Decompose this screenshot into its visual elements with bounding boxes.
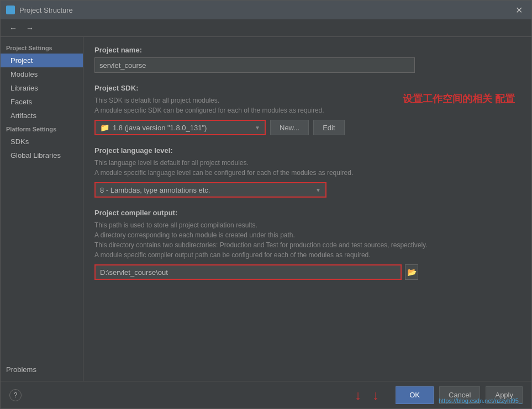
compiler-output-input[interactable] (94, 264, 402, 280)
lang-dropdown-arrow-icon: ▼ (315, 187, 321, 193)
title-bar-left: Project Structure (6, 6, 73, 14)
ok-button[interactable]: OK (396, 386, 434, 404)
browse-folder-button[interactable]: 📂 (405, 264, 418, 280)
project-sdk-section: Project SDK: This SDK is default for all… (94, 84, 520, 135)
language-level-label: Project language level: (94, 146, 520, 155)
sidebar-item-global-libraries[interactable]: Global Libraries (1, 148, 83, 162)
toolbar: ← → (1, 19, 531, 37)
svg-rect-0 (7, 7, 14, 12)
dialog-icon (6, 6, 15, 14)
website-link: https://blog.csdn.net/nzzyhl95_ (439, 397, 522, 404)
back-button[interactable]: ← (6, 23, 20, 34)
folder-icon: 📁 (100, 123, 109, 132)
project-name-label: Project name: (94, 46, 520, 54)
sdk-new-button[interactable]: New... (270, 120, 309, 135)
footer-left: ? (9, 389, 22, 401)
platform-settings-header: Platform Settings (1, 123, 83, 135)
svg-rect-2 (8, 9, 10, 11)
arrow-down-1: ↓ (355, 387, 361, 403)
sidebar-item-problems[interactable]: Problems (1, 363, 83, 376)
language-level-description: This language level is default for all p… (94, 158, 520, 178)
main-area: Project Settings Project Modules Librari… (1, 37, 531, 381)
project-structure-dialog: Project Structure ✕ ← → Project Settings… (0, 0, 532, 409)
sidebar-item-modules[interactable]: Modules (1, 67, 83, 81)
compiler-output-description: This path is used to store all project c… (94, 220, 520, 260)
forward-button[interactable]: → (23, 23, 37, 34)
sidebar: Project Settings Project Modules Librari… (1, 37, 83, 381)
output-row: 📂 (94, 264, 520, 280)
sidebar-item-facets[interactable]: Facets (1, 95, 83, 109)
sidebar-item-sdks[interactable]: SDKs (1, 135, 83, 148)
browse-icon: 📂 (407, 268, 417, 277)
sidebar-item-libraries[interactable]: Libraries (1, 81, 83, 95)
project-sdk-label: Project SDK: (94, 84, 520, 92)
language-level-dropdown[interactable]: 8 - Lambdas, type annotations etc. ▼ (94, 182, 326, 198)
language-level-section: Project language level: This language le… (94, 146, 520, 198)
sidebar-item-project[interactable]: Project (1, 54, 83, 67)
sdk-row: 📁 1.8 (java version "1.8.0_131") ▼ New..… (94, 120, 520, 135)
dialog-title: Project Structure (19, 6, 73, 14)
sdk-dropdown[interactable]: 📁 1.8 (java version "1.8.0_131") ▼ (94, 120, 266, 135)
dropdown-arrow-icon: ▼ (255, 125, 260, 131)
annotation-text: 设置工作空间的相关 配置 (403, 92, 515, 105)
sidebar-item-artifacts[interactable]: Artifacts (1, 109, 83, 123)
title-bar: Project Structure ✕ (1, 1, 531, 19)
arrow-down-2: ↓ (372, 387, 379, 403)
content-area: 设置工作空间的相关 配置 Project name: Project SDK: … (83, 37, 531, 381)
project-name-section: Project name: (94, 46, 520, 73)
sdk-edit-button[interactable]: Edit (313, 120, 344, 135)
footer-arrows: ↓ ↓ (355, 387, 379, 403)
compiler-output-label: Project compiler output: (94, 209, 520, 217)
project-settings-header: Project Settings (1, 41, 83, 54)
compiler-output-section: Project compiler output: This path is us… (94, 209, 520, 280)
close-button[interactable]: ✕ (512, 4, 526, 17)
project-name-input[interactable] (94, 57, 415, 73)
help-button[interactable]: ? (9, 389, 22, 401)
